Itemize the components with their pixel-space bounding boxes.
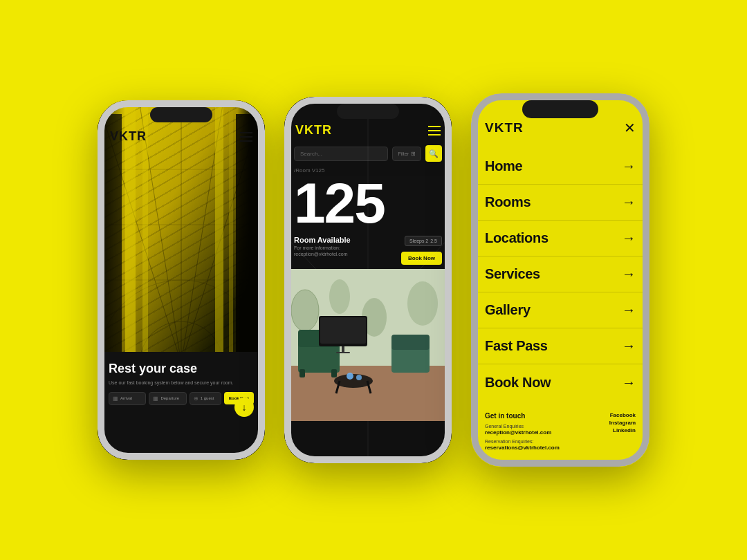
nav-item-home[interactable]: Home → [471,149,649,185]
svg-rect-22 [284,366,452,421]
nav-gallery-label: Gallery [485,302,531,318]
room-status: Room Available [294,236,351,244]
phone-1-sub: Use our fast booking system below and se… [109,380,254,385]
room-image [284,269,452,421]
close-button[interactable]: ✕ [624,120,636,136]
nav-home-label: Home [485,158,522,174]
search-input[interactable]: Search... [294,147,388,161]
svg-rect-42 [391,335,430,350]
phone-2-header: VKTR [284,123,452,138]
footer-social: Facebook Instagram Linkedin [609,412,636,454]
phone-3-header: VKTR ✕ [471,120,649,136]
nav-item-fastpass[interactable]: Fast Pass → [471,328,649,364]
nav-locations-arrow: → [622,230,636,246]
nav-home-arrow: → [622,158,636,174]
nav-rooms-label: Rooms [485,194,531,210]
phone-3-nav: Home → Rooms → Locations → Services → [471,149,649,400]
nav-services-label: Services [485,266,540,282]
svg-rect-11 [236,114,265,370]
reservation-email: reservations@vktrhotel.com [485,445,596,451]
sleeps-label: Sleeps 2 [409,239,428,243]
footer-contact: Get in touch General Enquiries reception… [485,412,596,454]
hamburger-icon-2[interactable] [428,126,441,136]
person-icon: ⊕ [194,395,199,402]
svg-point-24 [291,290,319,331]
arrival-label: Arrival [120,396,132,400]
svg-rect-10 [98,114,122,370]
nav-rooms-arrow: → [622,194,636,210]
nav-fastpass-arrow: → [622,338,636,354]
room-number: 125 [284,175,452,232]
svg-point-27 [407,281,438,326]
phones-container: VKTR Rest your case Use our fast booking… [98,93,649,467]
filter-label: Filter [398,151,409,156]
filter-button[interactable]: Filter ⊞ [392,147,421,161]
nav-item-locations[interactable]: Locations → [471,221,649,256]
nav-item-booknow[interactable]: Book Now → [471,364,649,400]
phone-2-notch [337,104,399,119]
filter-icon: ⊞ [411,151,416,157]
hamburger-icon[interactable] [240,132,252,142]
phone-1-bottom: Rest your case Use our fast booking syst… [98,352,265,460]
svg-rect-38 [320,317,366,344]
departure-field[interactable]: ▦ Departure [149,392,186,405]
svg-point-36 [356,375,362,380]
nav-booknow-label: Book Now [485,375,551,391]
guest-label: 1 guest [201,396,214,400]
svg-rect-31 [331,369,337,377]
nav-services-arrow: → [622,266,636,282]
phone-1-logo: VKTR [110,129,147,144]
nav-locations-label: Locations [485,230,548,246]
general-email: reception@vktrhotel.com [485,429,596,436]
phone-1-content: VKTR Rest your case Use our fast booking… [98,100,265,460]
search-button[interactable]: 🔍 [425,145,442,162]
arrival-field[interactable]: ▦ Arrival [109,392,146,405]
svg-point-35 [347,373,353,380]
phone-3: VKTR ✕ Home → Rooms → Locations → [471,93,649,467]
phone-3-logo: VKTR [485,120,524,136]
svg-rect-40 [336,352,350,353]
phone-1-tagline: Rest your case [109,362,254,376]
guest-field[interactable]: ⊕ 1 guest [190,392,221,405]
reservation-label: Reservation Enquiries: [485,439,596,444]
social-facebook[interactable]: Facebook [610,412,636,418]
phone-3-notch [522,100,598,118]
book-now-button-2[interactable]: Book Now [401,252,442,265]
booking-bar: ▦ Arrival ▦ Departure ⊕ 1 guest Book Now [109,392,254,405]
phone-1-header: VKTR [98,129,265,144]
search-icon: 🔍 [429,149,439,158]
phone-1: VKTR Rest your case Use our fast booking… [98,100,265,460]
room-available-row: Room Available For more information: rec… [284,232,452,269]
svg-rect-30 [299,369,305,377]
svg-point-25 [329,279,350,314]
nav-item-gallery[interactable]: Gallery → [471,292,649,328]
phone-3-footer: Get in touch General Enquiries reception… [471,402,649,467]
phone-2: VKTR Search... Filter ⊞ [284,97,452,463]
nav-item-rooms[interactable]: Rooms → [471,185,649,221]
phone-2-logo: VKTR [295,123,332,138]
sleeps-value: 2.5 [430,239,437,243]
room-email: reception@vktrhotel.com [294,252,351,256]
social-instagram[interactable]: Instagram [609,420,636,426]
calendar-icon: ▦ [113,395,118,402]
footer-title: Get in touch [485,412,596,420]
search-placeholder: Search... [300,151,322,157]
phone-1-notch [150,107,212,122]
down-arrow-icon[interactable]: ↓ [234,398,254,417]
departure-label: Departure [160,396,179,400]
nav-fastpass-label: Fast Pass [485,338,548,354]
search-bar: Search... Filter ⊞ 🔍 [284,145,452,162]
nav-item-services[interactable]: Services → [471,256,649,292]
nav-booknow-arrow: → [622,375,636,391]
calendar-icon-2: ▦ [153,395,158,402]
social-linkedin[interactable]: Linkedin [613,427,636,433]
sleeps-badge: Sleeps 2 2.5 [405,236,442,246]
nav-gallery-arrow: → [622,302,636,318]
phone-2-content: VKTR Search... Filter ⊞ [284,97,452,463]
phone-3-content: VKTR ✕ Home → Rooms → Locations → [471,93,649,467]
general-enquiries-label: General Enquiries [485,424,596,429]
room-info: For more information: [294,245,351,250]
